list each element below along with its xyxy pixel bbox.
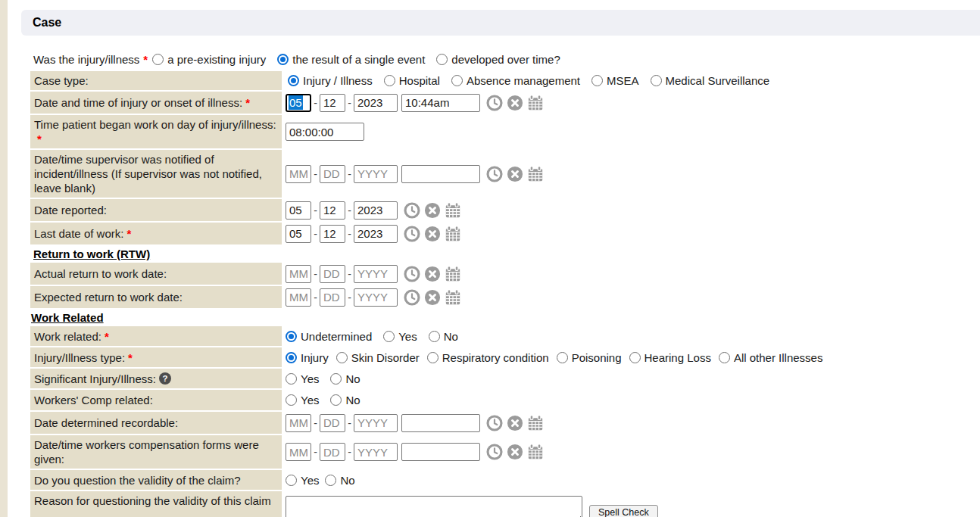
year-input[interactable] [354,414,398,432]
radio-icon[interactable] [591,75,603,86]
month-input[interactable] [286,414,311,432]
day-input[interactable] [320,443,345,461]
time-input[interactable] [401,443,480,461]
radio-option-injury-illness[interactable]: Injury / Illness [288,74,373,87]
radio-option-medical-surveillance[interactable]: Medical Surveillance [651,74,770,87]
clock-icon[interactable] [486,95,503,111]
calendar-icon[interactable] [445,226,461,242]
radio-option-no[interactable]: No [330,372,360,385]
spell-check-button[interactable]: Spell Check [589,505,658,517]
clock-icon[interactable] [404,289,420,306]
calendar-icon[interactable] [445,266,461,282]
calendar-icon[interactable] [445,202,461,219]
radio-icon[interactable] [330,373,342,385]
radio-icon[interactable] [330,394,342,406]
radio-option-developed-over-time[interactable]: developed over time? [436,53,560,66]
month-input[interactable] [286,225,311,243]
radio-option-no[interactable]: No [330,394,360,406]
month-input[interactable] [286,288,311,307]
clear-circle-icon[interactable] [507,415,523,431]
year-input[interactable] [354,201,398,220]
radio-icon-checked[interactable] [288,75,299,86]
time-input[interactable] [401,414,480,432]
question-circle-icon[interactable]: ? [159,372,171,385]
day-input[interactable] [320,414,345,432]
radio-option-yes[interactable]: Yes [286,474,319,487]
month-input-focused[interactable]: 05 [286,94,311,112]
clear-circle-icon[interactable] [507,444,523,460]
day-input[interactable] [320,201,345,220]
radio-option-msea[interactable]: MSEA [591,74,639,87]
radio-icon-checked[interactable] [286,331,297,342]
day-input[interactable] [320,265,345,283]
calendar-icon[interactable] [445,289,461,306]
radio-icon[interactable] [429,331,440,342]
radio-option-hearing-loss[interactable]: Hearing Loss [629,351,711,364]
day-input[interactable] [320,288,345,307]
clear-circle-icon[interactable] [424,226,441,242]
radio-option-yes[interactable]: Yes [286,394,319,406]
calendar-icon[interactable] [527,166,544,182]
clear-circle-icon[interactable] [424,266,441,282]
clear-circle-icon[interactable] [424,289,441,306]
month-input[interactable] [286,201,311,220]
radio-icon[interactable] [629,352,641,363]
radio-option-hospital[interactable]: Hospital [384,74,440,87]
year-input[interactable] [354,288,398,307]
radio-icon-checked[interactable] [286,352,297,363]
month-input[interactable] [286,165,311,183]
radio-icon[interactable] [651,75,662,86]
radio-icon[interactable] [383,331,395,342]
radio-option-no[interactable]: No [429,330,458,343]
radio-icon[interactable] [557,352,568,363]
radio-icon[interactable] [286,373,297,385]
radio-icon[interactable] [436,54,448,65]
radio-icon[interactable] [152,54,164,65]
validity-reason-textarea[interactable] [286,496,582,517]
radio-option-absence-management[interactable]: Absence management [451,74,580,87]
time-input[interactable] [401,94,480,112]
year-input[interactable] [354,165,398,183]
year-input[interactable] [354,225,398,243]
radio-icon[interactable] [286,475,297,486]
radio-option-pre-existing[interactable]: a pre-existing injury [152,53,266,66]
radio-option-all-other[interactable]: All other Illnesses [719,351,823,364]
radio-icon[interactable] [336,352,348,363]
radio-icon-checked[interactable] [277,54,289,65]
radio-icon[interactable] [325,475,336,486]
radio-option-respiratory[interactable]: Respiratory condition [427,351,549,364]
clock-icon[interactable] [486,166,503,182]
clear-circle-icon[interactable] [424,202,441,219]
radio-option-injury[interactable]: Injury [286,351,329,364]
clock-icon[interactable] [404,266,420,282]
year-input[interactable] [354,443,398,461]
year-input[interactable] [354,265,398,283]
clear-circle-icon[interactable] [507,166,523,182]
day-input[interactable] [320,94,345,112]
clear-circle-icon[interactable] [507,95,523,111]
radio-icon[interactable] [451,75,463,86]
radio-icon[interactable] [286,394,297,406]
radio-option-poisoning[interactable]: Poisoning [557,351,622,364]
calendar-icon[interactable] [527,415,544,431]
day-input[interactable] [320,225,345,243]
radio-option-skin-disorder[interactable]: Skin Disorder [336,351,420,364]
clock-icon[interactable] [404,202,420,219]
radio-option-yes[interactable]: Yes [383,330,417,343]
radio-icon[interactable] [384,75,395,86]
calendar-icon[interactable] [527,95,544,111]
month-input[interactable] [286,265,311,283]
calendar-icon[interactable] [527,444,544,460]
radio-option-no[interactable]: No [325,474,354,487]
radio-icon[interactable] [427,352,439,363]
month-input[interactable] [286,443,311,461]
clock-icon[interactable] [404,226,420,242]
radio-option-single-event[interactable]: the result of a single event [277,53,425,66]
radio-option-undetermined[interactable]: Undetermined [286,330,372,343]
radio-option-yes[interactable]: Yes [286,372,319,385]
time-input[interactable] [401,165,480,183]
year-input[interactable] [354,94,398,112]
radio-icon[interactable] [719,352,730,363]
clock-icon[interactable] [486,415,503,431]
clock-icon[interactable] [486,444,503,460]
